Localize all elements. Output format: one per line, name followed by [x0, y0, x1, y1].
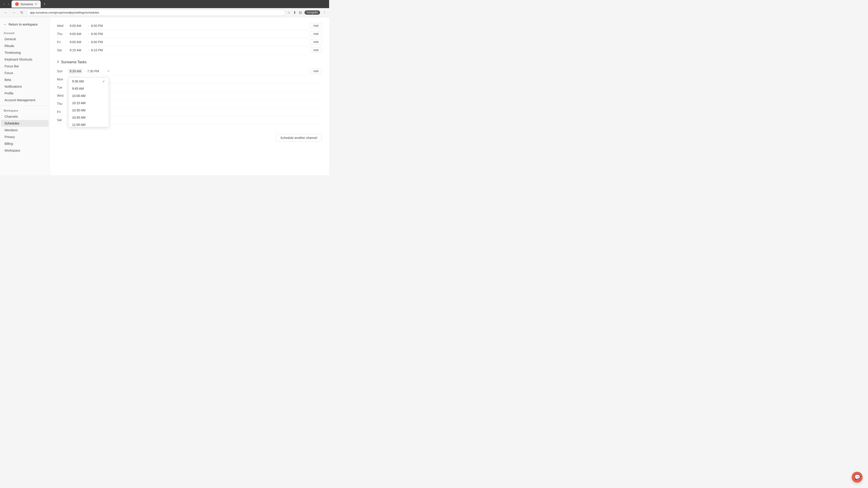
sidebar-item-members[interactable]: Members — [1, 127, 49, 133]
day-label: Tue — [57, 86, 68, 89]
channel2-header: # Sunsama Tasks — [57, 60, 322, 64]
download-icon[interactable]: ⬇ — [293, 10, 296, 15]
check-icon: ✓ — [102, 79, 105, 83]
day-label: Sun — [57, 69, 68, 73]
sidebar-item-workspace[interactable]: Workspace — [1, 147, 49, 154]
sidebar-item-notifications[interactable]: Notifications — [1, 83, 49, 90]
day-label: Sat — [57, 118, 68, 122]
return-to-workspace-link[interactable]: ← Return to workspace — [0, 21, 50, 30]
dropdown-item-label: 10:30 AM — [72, 108, 86, 112]
dropdown-item-label: 10:45 AM — [72, 116, 86, 119]
sidebar-item-beta[interactable]: Beta — [1, 76, 49, 83]
refresh-button[interactable]: ↻ — [19, 9, 25, 15]
time-separator: - — [88, 40, 89, 44]
end-time[interactable]: 6:15 PM — [91, 48, 109, 52]
sun-schedule-row: Sun 9:30 AM 9:30 AM ✓ 9:45 AM 10:00 AM — [57, 67, 322, 75]
start-time[interactable]: 9:00 AM — [68, 23, 86, 28]
sidebar-item-schedules[interactable]: Schedules — [1, 120, 49, 127]
sidebar-item-privacy[interactable]: Privacy — [1, 133, 49, 140]
sidebar-item-keyboard-shortcuts[interactable]: Keyboard Shortcuts — [1, 56, 49, 63]
sidebar-item-focus-bar[interactable]: Focus Bar — [1, 63, 49, 70]
delete-row-icon[interactable]: ✕ — [107, 69, 110, 73]
day-label: Mon — [57, 77, 68, 81]
nav-controls[interactable]: ‹ › — [2, 1, 11, 7]
sidebar-item-profile[interactable]: Profile — [1, 90, 49, 97]
end-time[interactable]: 6:00 PM — [91, 32, 109, 36]
active-tab[interactable]: Sunsama ✕ — [11, 0, 41, 8]
forward-icon[interactable]: › — [6, 1, 10, 7]
day-label: Wed — [57, 24, 68, 28]
sidebar-item-channels[interactable]: Channels — [1, 113, 49, 120]
add-row-button[interactable]: Add — [310, 23, 322, 28]
menu-icon[interactable]: ⋮ — [323, 10, 327, 15]
time-separator: - — [88, 48, 89, 52]
sidebar-item-billing[interactable]: Billing — [1, 140, 49, 147]
dropdown-item[interactable]: 10:00 AM — [68, 92, 109, 99]
top-schedule-section: Wed 9:00 AM - 6:00 PM Add Thu 9:00 AM - … — [57, 22, 322, 54]
time-separator: - — [84, 69, 86, 73]
time-dropdown[interactable]: 9:30 AM ✓ 9:45 AM 10:00 AM 10:15 AM — [68, 77, 109, 127]
back-button[interactable]: ← — [3, 10, 9, 15]
tab-close-icon[interactable]: ✕ — [35, 2, 37, 6]
sidebar-item-general[interactable]: General — [1, 36, 49, 42]
add-row-button[interactable]: Add — [310, 68, 322, 74]
browser-tab-bar: ‹ › Sunsama ✕ + — [0, 0, 329, 8]
forward-button[interactable]: → — [11, 10, 17, 15]
address-bar-row: ← → ↻ app.sunsama.com/group/moodjoy/sett… — [0, 8, 329, 17]
dropdown-item-label: 10:15 AM — [72, 101, 86, 105]
channel-hash-icon: # — [57, 60, 59, 64]
app-layout: ← Return to workspace Account General Ri… — [0, 17, 329, 175]
tab-favicon — [15, 2, 19, 6]
end-time[interactable]: 6:00 PM — [91, 24, 109, 28]
day-label: Wed — [57, 94, 68, 97]
table-row: Thu 9:00 AM - 6:00 PM Add — [57, 30, 322, 38]
sun-end-time[interactable]: 7:30 PM — [87, 69, 105, 73]
end-time[interactable]: 6:00 PM — [91, 40, 109, 44]
table-row: Sat 9:15 AM - 6:15 PM Add — [57, 46, 322, 54]
dropdown-item[interactable]: 9:30 AM ✓ — [68, 78, 109, 85]
back-icon[interactable]: ‹ — [2, 1, 6, 7]
sidebar-item-rituals[interactable]: Rituals — [1, 42, 49, 49]
sidebar: ← Return to workspace Account General Ri… — [0, 17, 50, 175]
sidebar-item-account-management[interactable]: Account Management — [1, 97, 49, 103]
address-bar-actions: ☆ ⬇ ⊟ Incognito ⋮ — [287, 10, 327, 15]
split-view-icon[interactable]: ⊟ — [299, 10, 302, 15]
day-label: Fri — [57, 110, 68, 113]
dropdown-item[interactable]: 10:15 AM — [68, 99, 109, 107]
sidebar-item-focus[interactable]: Focus — [1, 70, 49, 76]
bookmark-icon[interactable]: ☆ — [287, 10, 290, 15]
tab-title: Sunsama — [21, 2, 33, 6]
day-label: Thu — [57, 102, 68, 105]
table-row: Fri 9:00 AM - 6:00 PM Add — [57, 38, 322, 46]
dropdown-item[interactable]: 9:45 AM — [68, 85, 109, 92]
return-label: Return to workspace — [8, 23, 37, 26]
incognito-badge: Incognito — [305, 10, 320, 15]
add-row-button[interactable]: Add — [310, 47, 322, 53]
dropdown-item[interactable]: 10:30 AM — [68, 107, 109, 114]
dropdown-item-label: 9:30 AM — [72, 79, 84, 83]
new-tab-icon[interactable]: + — [41, 2, 48, 6]
channel2-section: # Sunsama Tasks Sun 9:30 AM 9:30 AM ✓ 9: — [57, 60, 322, 124]
table-row: Wed 9:00 AM - 6:00 PM Add — [57, 22, 322, 30]
start-time[interactable]: 9:15 AM — [68, 48, 86, 53]
start-time[interactable]: 9:00 AM — [68, 31, 86, 36]
start-time[interactable]: 9:00 AM — [68, 39, 86, 44]
dropdown-item-label: 10:00 AM — [72, 94, 86, 98]
dropdown-item[interactable]: 10:45 AM — [68, 114, 109, 121]
sidebar-item-timeboxing[interactable]: Timeboxing — [1, 49, 49, 56]
time-separator: - — [88, 24, 89, 28]
dropdown-item[interactable]: 11:00 AM — [68, 121, 109, 127]
add-row-button[interactable]: Add — [310, 39, 322, 44]
workspace-section-label: Workspace — [0, 107, 50, 113]
day-label: Fri — [57, 40, 68, 44]
address-text: app.sunsama.com/group/moodjoy/settings/s… — [30, 11, 99, 14]
time-separator: - — [88, 32, 89, 36]
schedule-another-button[interactable]: Schedule another channel — [276, 134, 322, 142]
return-arrow-icon: ← — [4, 23, 7, 26]
sun-start-time[interactable]: 9:30 AM — [68, 69, 83, 74]
main-content: Wed 9:00 AM - 6:00 PM Add Thu 9:00 AM - … — [50, 17, 329, 175]
day-label: Sat — [57, 48, 68, 52]
day-label: Thu — [57, 32, 68, 36]
add-row-button[interactable]: Add — [310, 31, 322, 36]
address-bar[interactable]: app.sunsama.com/group/moodjoy/settings/s… — [26, 9, 285, 16]
